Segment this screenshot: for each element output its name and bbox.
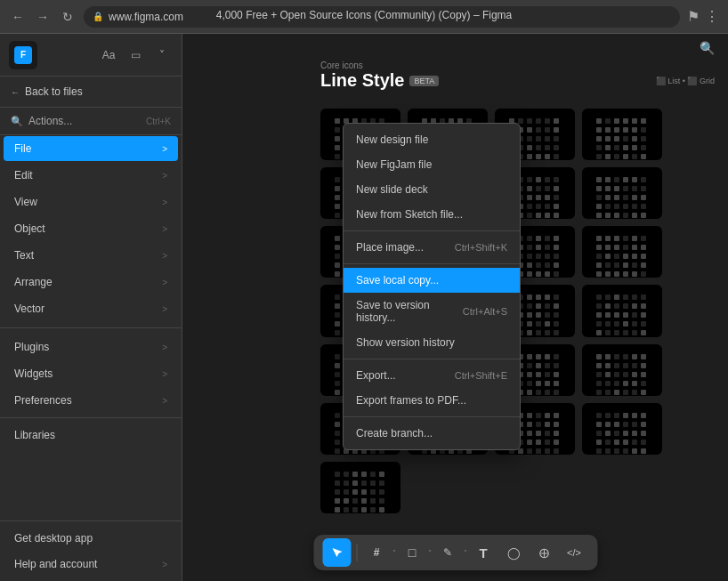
tool-components[interactable]: ⨁: [530, 538, 558, 567]
sidebar-item-edit[interactable]: Edit >: [4, 163, 178, 188]
menu-save-version-history-label: Save to version history...: [356, 299, 463, 324]
chevron-right-icon: >: [162, 251, 167, 261]
icon-card[interactable]: Artificial-Intellige...: [582, 344, 662, 396]
menu-export-frames-pdf[interactable]: Export frames to PDF...: [344, 388, 520, 413]
search-icon: 🔍: [11, 116, 23, 127]
sidebar-item-object[interactable]: Object >: [4, 216, 178, 241]
tool-rect[interactable]: □: [398, 538, 426, 567]
sidebar-item-arrange[interactable]: Arrange >: [4, 270, 178, 295]
panels-icon[interactable]: ▭: [125, 44, 146, 66]
search-shortcut: Ctrl+K: [146, 117, 171, 126]
menu-new-design-file-label: New design file: [356, 133, 428, 146]
menu-place-image-label: Place image...: [356, 241, 424, 254]
menu-create-branch[interactable]: Create branch...: [344, 421, 520, 446]
icon-card[interactable]: Entertainment: [582, 403, 662, 455]
menu-new-from-sketch[interactable]: New from Sketch file...: [344, 202, 520, 227]
menu-show-version-history[interactable]: Show version history: [344, 330, 520, 355]
icon-card[interactable]: Culture: [320, 462, 400, 513]
shape-chevron-icon[interactable]: ˅: [428, 549, 432, 557]
menu-divider-1: [344, 230, 520, 231]
menu-export[interactable]: Export... Ctrl+Shift+E: [344, 363, 520, 388]
pen-chevron-icon[interactable]: ˅: [464, 549, 467, 557]
chevron-right-icon: >: [162, 144, 167, 154]
sidebar-item-vector[interactable]: Vector >: [4, 296, 178, 321]
sidebar-item-view[interactable]: View >: [4, 190, 178, 214]
icon-card-preview: [582, 403, 662, 455]
menu-new-slide-deck[interactable]: New slide deck: [344, 177, 520, 202]
reload-button[interactable]: ↻: [59, 8, 77, 26]
icon-card[interactable]: Computer-Devices: [582, 167, 662, 219]
menu-export-label: Export...: [356, 369, 396, 382]
back-to-files[interactable]: ← Back to files: [0, 77, 182, 108]
tool-text[interactable]: T: [469, 538, 497, 567]
menu-divider-4: [344, 416, 520, 417]
sidebar-item-text[interactable]: Text >: [4, 243, 178, 268]
tool-frame-group: # ˅: [362, 538, 396, 567]
forward-button[interactable]: →: [34, 8, 52, 26]
sidebar-item-widgets[interactable]: Widgets >: [4, 361, 178, 386]
icon-card-preview: [582, 226, 662, 278]
sidebar-item-libraries[interactable]: Libraries: [4, 423, 178, 448]
menu-save-local-copy[interactable]: Save local copy...: [344, 268, 520, 293]
sidebar-item-widgets-label: Widgets: [14, 367, 53, 380]
menu-export-frames-pdf-label: Export frames to PDF...: [356, 394, 466, 407]
back-to-files-label: Back to files: [25, 85, 83, 98]
menu-divider-3: [344, 359, 520, 359]
menu-save-version-history-shortcut: Ctrl+Alt+S: [463, 306, 507, 317]
sidebar-header: F Aa ▭ ˅: [0, 34, 182, 77]
toolbar-div-1: [356, 544, 357, 561]
sidebar-header-icons: Aa ▭ ˅: [98, 44, 173, 66]
search-actions[interactable]: 🔍 Actions... Ctrl+K: [0, 108, 182, 135]
icon-card-preview: [582, 109, 662, 160]
sidebar-item-help-account[interactable]: Help and account >: [4, 552, 178, 577]
sidebar-item-text-label: Text: [14, 249, 34, 262]
menu-new-from-sketch-label: New from Sketch file...: [356, 208, 463, 221]
url-text: www.figma.com: [109, 11, 183, 23]
menu-new-figJam-file[interactable]: New FigJam file: [344, 152, 520, 177]
tool-pen[interactable]: ✎: [433, 538, 462, 567]
grid-view-options: ⬛ List • ⬛ Grid: [656, 77, 715, 85]
expand-icon[interactable]: ˅: [151, 44, 173, 66]
bookmark-icon[interactable]: ⚑: [687, 8, 700, 25]
chevron-right-icon: >: [162, 560, 167, 569]
icon-card[interactable]: Work-Education: [582, 285, 662, 336]
back-arrow-icon: ←: [11, 87, 20, 97]
sidebar-item-plugins-label: Plugins: [14, 341, 49, 353]
menu-icon[interactable]: ⋮: [705, 8, 719, 25]
grid-header: Core icons Line Style BETA ⬛ List • ⬛ Gr…: [307, 52, 728, 100]
sidebar-item-preferences-label: Preferences: [14, 394, 72, 407]
page-title: 4,000 Free + Open Source Icons (Communit…: [216, 9, 512, 21]
menu-new-slide-deck-label: New slide deck: [356, 183, 428, 196]
sidebar-item-help-account-label: Help and account: [14, 558, 97, 570]
frame-chevron-icon[interactable]: ˅: [392, 549, 396, 557]
icon-card[interactable]: Interface-Essential: [582, 109, 662, 160]
beta-badge: BETA: [409, 76, 439, 86]
actions-label: Actions...: [28, 115, 72, 127]
sidebar-item-vector-label: Vector: [14, 303, 44, 315]
sidebar-item-file[interactable]: File >: [4, 136, 178, 161]
icon-card-preview: [582, 344, 662, 396]
menu-save-local-copy-label: Save local copy...: [356, 274, 439, 286]
sidebar-item-file-label: File: [14, 142, 31, 155]
menu-create-branch-label: Create branch...: [356, 427, 433, 440]
menu-place-image[interactable]: Place image... Ctrl+Shift+K: [344, 235, 520, 260]
sidebar: F Aa ▭ ˅ ← Back to files 🔍 Actions... Ct…: [0, 34, 182, 581]
tool-comment[interactable]: ◯: [499, 538, 528, 567]
grid-header-title: Line Style: [320, 70, 404, 91]
icon-card-preview: [582, 167, 662, 219]
menu-save-version-history[interactable]: Save to version history... Ctrl+Alt+S: [344, 293, 520, 330]
sidebar-item-get-desktop-label: Get desktop app: [14, 532, 93, 545]
sidebar-item-preferences[interactable]: Preferences >: [4, 388, 178, 413]
menu-new-design-file[interactable]: New design file: [344, 127, 520, 152]
back-button[interactable]: ←: [9, 8, 27, 26]
icon-card[interactable]: Money-Shopping: [582, 226, 662, 278]
tool-cursor[interactable]: [322, 538, 351, 567]
sidebar-item-plugins[interactable]: Plugins >: [4, 335, 178, 359]
tool-code[interactable]: </>: [560, 538, 588, 567]
sidebar-divider-1: [0, 327, 182, 328]
sidebar-item-view-label: View: [14, 196, 37, 208]
accessibility-icon[interactable]: Aa: [98, 44, 119, 66]
sidebar-item-get-desktop[interactable]: Get desktop app: [4, 526, 178, 551]
tool-pen-group: ✎ ˅: [433, 538, 467, 567]
tool-frame[interactable]: #: [362, 538, 391, 567]
